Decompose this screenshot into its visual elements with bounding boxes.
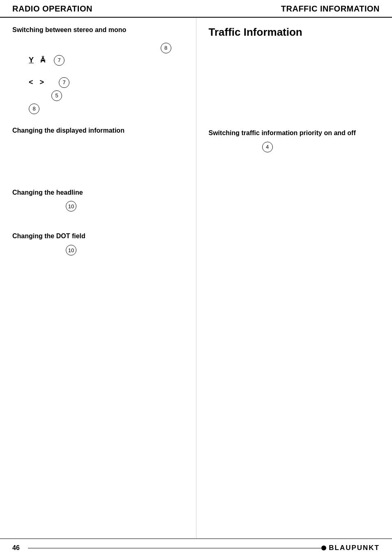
- circle-8-bot-row: 8: [29, 104, 180, 114]
- symbols-row: Y Ā 7: [29, 55, 180, 66]
- arrow-right: >: [40, 78, 44, 87]
- circle-8-top: 8: [161, 43, 171, 53]
- circle-10-dot-row: 10: [66, 245, 184, 255]
- section-displayed-info: Changing the displayed information: [12, 127, 184, 135]
- circle-4-row: 4: [262, 142, 380, 152]
- section-traffic-info: Traffic Information: [209, 26, 380, 39]
- left-column: Switching between stereo and mono 8 Y Ā …: [0, 18, 196, 539]
- arrow-group: < >: [29, 78, 44, 87]
- main-content: Switching between stereo and mono 8 Y Ā …: [0, 18, 392, 539]
- circle-10-headline: 10: [66, 201, 76, 212]
- header-left: RADIO OPERATION: [12, 4, 196, 14]
- circle-7-arrow: 7: [59, 77, 69, 88]
- circle-10-dot: 10: [66, 245, 76, 255]
- header-right-title: TRAFFIC INFORMATION: [281, 4, 380, 13]
- section-stereo-mono: Switching between stereo and mono 8 Y Ā …: [12, 26, 184, 114]
- headline-heading: Changing the headline: [12, 189, 184, 197]
- brand-dot-icon: [321, 545, 326, 550]
- right-column: Traffic Information Switching traffic in…: [196, 18, 392, 539]
- circle-5-row: 5: [51, 90, 180, 101]
- arrows-row: < > 7: [29, 77, 180, 88]
- circle-8-bot: 8: [29, 104, 39, 114]
- section-traffic-switch: Switching traffic information priority o…: [209, 129, 380, 152]
- stereo-mono-heading: Switching between stereo and mono: [12, 26, 184, 35]
- circle-8-top-row: 8: [29, 43, 171, 53]
- symbol-y: Y: [29, 56, 34, 64]
- page-footer: 46 BLAUPUNKT: [0, 539, 392, 557]
- displayed-info-heading: Changing the displayed information: [12, 127, 184, 135]
- footer-divider: [28, 548, 321, 548]
- dot-field-heading: Changing the DOT field: [12, 232, 184, 241]
- circle-4: 4: [262, 142, 273, 152]
- traffic-switch-heading: Switching traffic information priority o…: [209, 129, 380, 138]
- circle-7-mid: 7: [54, 55, 65, 66]
- page-number: 46: [12, 544, 20, 552]
- header-right: TRAFFIC INFORMATION: [196, 4, 380, 14]
- circle-10-headline-row: 10: [66, 201, 184, 212]
- header-left-title: RADIO OPERATION: [12, 4, 92, 13]
- circle-5: 5: [51, 90, 62, 101]
- brand-area: BLAUPUNKT: [321, 544, 380, 552]
- section-headline: Changing the headline 10: [12, 189, 184, 212]
- stereo-mono-diagram: 8 Y Ā 7 < >: [29, 43, 180, 114]
- page: RADIO OPERATION TRAFFIC INFORMATION Swit…: [0, 0, 392, 557]
- symbol-x: Ā: [40, 56, 46, 64]
- section-dot-field: Changing the DOT field 10: [12, 232, 184, 255]
- page-header: RADIO OPERATION TRAFFIC INFORMATION: [0, 0, 392, 18]
- traffic-info-heading: Traffic Information: [209, 26, 380, 39]
- brand-name: BLAUPUNKT: [329, 544, 380, 552]
- arrow-left: <: [29, 78, 33, 87]
- symbol-group: Y Ā: [29, 56, 46, 64]
